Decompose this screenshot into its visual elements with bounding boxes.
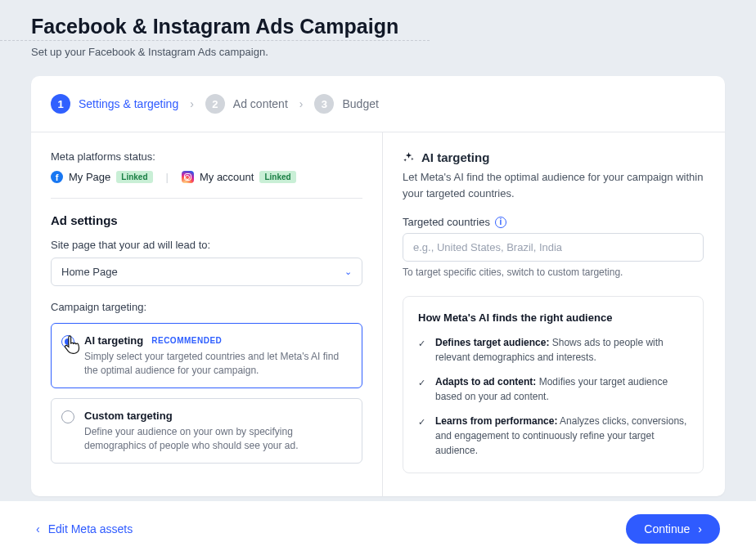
- info-bullet: ✓ Learns from performance: Analyzes clic…: [418, 414, 688, 458]
- step-number: 2: [205, 94, 225, 114]
- continue-button[interactable]: Continue ›: [626, 514, 720, 544]
- option-ai-targeting[interactable]: AI targeting RECOMMENDED Simply select y…: [51, 323, 362, 388]
- radio-selected-icon: [61, 335, 74, 348]
- ai-info-box: How Meta's AI finds the right audience ✓…: [403, 296, 704, 473]
- platforms-status-label: Meta platforms status:: [51, 150, 362, 163]
- targeted-countries-hint: To target specific cities, switch to cus…: [403, 267, 704, 278]
- step-ad-content[interactable]: 2 Ad content: [205, 94, 288, 114]
- campaign-targeting-label: Campaign targeting:: [51, 301, 362, 313]
- main-card: 1 Settings & targeting › 2 Ad content › …: [31, 76, 725, 496]
- instagram-account-name: My account: [200, 171, 254, 183]
- info-box-title: How Meta's AI finds the right audience: [418, 311, 688, 324]
- stepper: 1 Settings & targeting › 2 Ad content › …: [31, 76, 725, 132]
- option-description: Define your audience on your own by spec…: [84, 425, 350, 453]
- ad-settings-heading: Ad settings: [51, 213, 362, 227]
- radio-unselected-icon: [61, 410, 74, 423]
- separator: |: [166, 171, 169, 183]
- site-page-label: Site page that your ad will lead to:: [51, 239, 362, 251]
- step-label: Budget: [342, 97, 378, 110]
- instagram-icon: [182, 171, 194, 183]
- info-icon[interactable]: i: [495, 217, 506, 228]
- check-icon: ✓: [418, 337, 425, 365]
- page-subtitle: Set up your Facebook & Instagram Ads cam…: [0, 41, 756, 58]
- step-label: Ad content: [233, 97, 288, 110]
- linked-badge: Linked: [259, 171, 295, 183]
- chevron-right-icon: ›: [698, 522, 702, 535]
- info-bullet: ✓ Defines target audience: Shows ads to …: [418, 335, 688, 365]
- page-title: Facebook & Instagram Ads Campaign: [0, 0, 430, 41]
- info-bullet: ✓ Adapts to ad content: Modifies your ta…: [418, 374, 688, 404]
- step-settings-targeting[interactable]: 1 Settings & targeting: [51, 94, 178, 114]
- step-budget[interactable]: 3 Budget: [314, 94, 378, 114]
- option-title: AI targeting: [84, 334, 143, 348]
- check-icon: ✓: [418, 376, 425, 404]
- facebook-page-name: My Page: [69, 171, 110, 183]
- edit-meta-assets-link[interactable]: ‹ Edit Meta assets: [36, 522, 133, 535]
- check-icon: ✓: [418, 415, 425, 458]
- ai-targeting-heading: AI targeting: [403, 150, 704, 164]
- chevron-right-icon: ›: [299, 97, 304, 110]
- chevron-right-icon: ›: [190, 97, 194, 110]
- site-page-select[interactable]: Home Page ⌄: [51, 258, 362, 286]
- ai-targeting-subtext: Let Meta's AI find the optimal audience …: [403, 169, 704, 201]
- recommended-tag: RECOMMENDED: [151, 335, 222, 347]
- facebook-icon: f: [51, 171, 63, 183]
- targeted-countries-input[interactable]: [403, 233, 704, 262]
- option-title: Custom targeting: [84, 409, 173, 423]
- facebook-platform[interactable]: f My Page Linked: [51, 171, 153, 183]
- site-page-value: Home Page: [61, 266, 118, 278]
- chevron-left-icon: ‹: [36, 522, 40, 535]
- step-number: 3: [314, 94, 334, 114]
- step-label: Settings & targeting: [79, 97, 178, 110]
- instagram-platform[interactable]: My account Linked: [182, 171, 296, 183]
- step-number: 1: [51, 94, 70, 114]
- chevron-down-icon: ⌄: [344, 267, 352, 277]
- option-description: Simply select your targeted countries an…: [84, 350, 350, 378]
- bottom-bar: ‹ Edit Meta assets Continue ›: [0, 501, 756, 560]
- targeted-countries-label: Targeted countries: [403, 216, 490, 228]
- linked-badge: Linked: [116, 171, 152, 183]
- sparkle-icon: [403, 151, 415, 164]
- option-custom-targeting[interactable]: Custom targeting Define your audience on…: [51, 398, 362, 464]
